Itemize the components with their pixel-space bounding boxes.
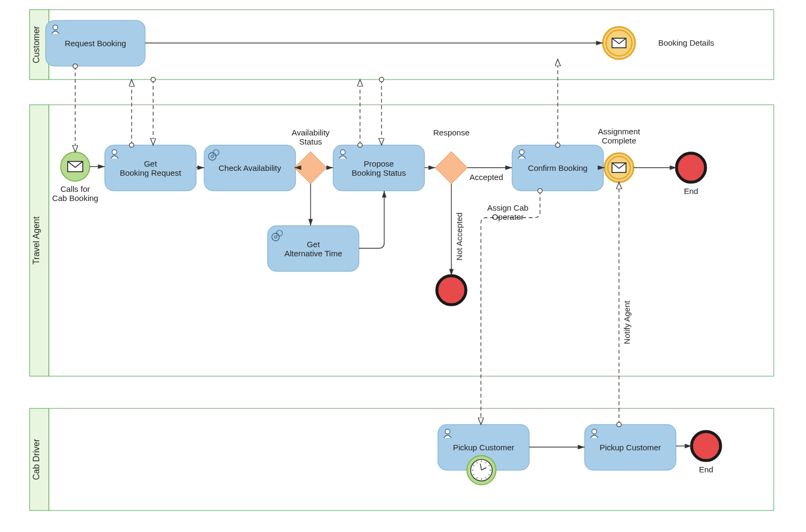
msg-label: AssignmentComplete [598, 127, 641, 145]
task-label: Confirm Booking [528, 163, 588, 172]
svg-point-22 [520, 150, 524, 155]
end-label: End [699, 465, 714, 474]
end-label: End [684, 186, 699, 196]
lane-label: Customer [32, 26, 41, 63]
svg-point-52 [677, 153, 706, 182]
task-label: Pickup Customer [453, 443, 514, 452]
envelope-icon [612, 163, 626, 172]
svg-point-26 [592, 429, 597, 434]
label-assigncab: Assign CabOperator [487, 203, 529, 221]
timer-event[interactable] [467, 456, 496, 485]
svg-point-16 [341, 150, 346, 155]
lane-label: Cab Driver [32, 438, 41, 480]
end-event-endAgentNA[interactable] [437, 276, 466, 305]
envelope-icon [612, 38, 626, 48]
svg-point-8 [53, 25, 58, 30]
svg-point-24 [445, 429, 450, 434]
task-label: Pickup Customer [600, 443, 661, 452]
msg-label: Booking Details [658, 38, 714, 47]
label-notaccepted: Not Accepted [455, 212, 464, 260]
svg-point-10 [112, 150, 117, 155]
envelope-icon [68, 161, 83, 171]
label-notifyagent: Notify Agent [622, 300, 631, 344]
lane-label: Travel Agent [32, 216, 41, 264]
task-label: Check Availability [219, 163, 282, 172]
label-accepted: Accepted [470, 172, 503, 182]
task-label: Request Booking [64, 39, 126, 48]
gateway-label: Response [433, 128, 470, 137]
svg-point-53 [692, 432, 721, 461]
svg-point-51 [437, 276, 466, 305]
end-event-endDriver[interactable] [692, 432, 721, 461]
end-event-endAgent[interactable] [677, 153, 706, 182]
